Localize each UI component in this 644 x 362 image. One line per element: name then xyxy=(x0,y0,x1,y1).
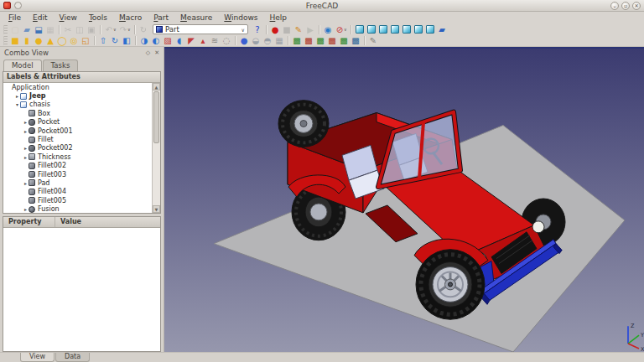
menu-part[interactable]: Part xyxy=(148,13,174,23)
menu-windows[interactable]: Windows xyxy=(218,13,263,23)
window-menu-icon[interactable] xyxy=(14,2,22,9)
shape-builder-icon[interactable]: ◱ xyxy=(80,35,91,46)
tree-item-fillet[interactable]: Fillet xyxy=(3,135,152,143)
macro-stop-icon[interactable]: ■ xyxy=(281,24,293,35)
expand-arrow-icon[interactable]: ▸ xyxy=(23,154,29,160)
tree-item-fusion[interactable]: ▸Fusion xyxy=(3,204,152,213)
cross-section-icon[interactable]: ▨ xyxy=(162,35,174,46)
tree-item-fillet005[interactable]: Fillet005 xyxy=(3,196,152,204)
loft-icon[interactable]: ▴ xyxy=(197,35,209,46)
boolean-union-icon[interactable]: ◐ xyxy=(150,35,162,46)
refine-shape-icon[interactable]: ▩ xyxy=(338,35,350,46)
toolbar-grip[interactable] xyxy=(3,25,8,34)
expand-arrow-icon[interactable]: ▸ xyxy=(23,145,29,151)
expand-arrow-icon[interactable]: ▸ xyxy=(23,180,29,186)
tree-item-thickness[interactable]: ▸Thickness xyxy=(3,153,152,161)
view-axonometric-icon[interactable] xyxy=(354,24,366,35)
property-column-header[interactable]: Property xyxy=(3,217,55,227)
draw-style-dropdown-caret[interactable]: ∨ xyxy=(344,27,348,32)
revolve-icon[interactable]: ↻ xyxy=(109,35,121,46)
menu-file[interactable]: File xyxy=(3,13,27,23)
view-bottom-icon[interactable] xyxy=(413,24,424,35)
tree-item-fillet003[interactable]: Fillet003 xyxy=(3,170,152,178)
tree-item-fillet004[interactable]: Fillet004 xyxy=(3,188,152,196)
boolean-operation-icon[interactable]: ● xyxy=(238,35,250,46)
paste-icon[interactable]: ▣ xyxy=(86,24,97,35)
new-document-icon[interactable]: ▢ xyxy=(9,24,21,35)
tree-item-jeep[interactable]: ▸Jeep xyxy=(3,91,152,100)
view-top-icon[interactable] xyxy=(377,24,389,35)
macro-edit-icon[interactable]: ✎ xyxy=(293,24,304,35)
macro-record-icon[interactable]: ● xyxy=(269,24,281,35)
tree-item-chasis[interactable]: ▾chasis xyxy=(3,101,152,109)
menu-help[interactable]: Help xyxy=(264,13,293,23)
view-left-icon[interactable] xyxy=(424,24,436,35)
primitive-torus-icon[interactable]: ◯ xyxy=(56,35,68,46)
menu-view[interactable]: View xyxy=(54,13,83,23)
save-icon[interactable]: ⬓ xyxy=(33,24,44,35)
expand-arrow-icon[interactable]: ▸ xyxy=(23,128,29,134)
expand-arrow-icon[interactable]: ▸ xyxy=(14,93,20,99)
scroll-up-icon[interactable]: ▲ xyxy=(153,83,160,90)
menu-edit[interactable]: Edit xyxy=(27,13,53,23)
boolean-cut-icon[interactable]: ◑ xyxy=(138,35,150,46)
expand-arrow-icon[interactable]: ▸ xyxy=(23,206,29,212)
scroll-down-icon[interactable]: ▼ xyxy=(153,205,160,213)
close-button[interactable]: ✕ xyxy=(632,2,641,10)
shape-from-mesh-icon[interactable]: ▩ xyxy=(291,35,303,46)
tree-item-pocket001[interactable]: ▸Pocket001 xyxy=(3,127,152,135)
tree-item-pocket002[interactable]: ▸Pocket002 xyxy=(3,144,152,153)
cut-icon[interactable]: ✂ xyxy=(62,24,74,35)
tab-view[interactable]: View xyxy=(20,353,55,362)
view-right-icon[interactable] xyxy=(389,24,401,35)
menu-measure[interactable]: Measure xyxy=(174,13,218,23)
fillet-icon[interactable]: ◖ xyxy=(174,35,185,46)
macro-play-icon[interactable]: ▶ xyxy=(304,24,316,35)
reverse-shapes-icon[interactable]: ▩ xyxy=(326,35,338,46)
workbench-selector[interactable]: Part∨ xyxy=(153,24,248,34)
primitive-tube-icon[interactable]: ◎ xyxy=(68,35,80,46)
view-front-icon[interactable] xyxy=(366,24,377,35)
tree-scrollbar[interactable]: ▲ ▼ xyxy=(152,83,160,213)
menu-tools[interactable]: Tools xyxy=(83,13,113,23)
tab-tasks[interactable]: Tasks xyxy=(43,59,79,71)
view-rear-icon[interactable] xyxy=(401,24,413,35)
3d-viewport[interactable]: Z Y X xyxy=(164,47,644,352)
tab-data[interactable]: Data xyxy=(55,353,90,362)
chamfer-icon[interactable]: ◤ xyxy=(185,35,197,46)
expand-arrow-icon[interactable]: ▾ xyxy=(14,101,20,107)
menu-macro[interactable]: Macro xyxy=(113,13,148,23)
convert-to-solid-icon[interactable]: ▩ xyxy=(314,35,326,46)
close-panel-icon[interactable]: ✕ xyxy=(154,49,159,56)
tree-item-application[interactable]: Application xyxy=(3,83,152,91)
print-icon[interactable]: ▦ xyxy=(44,24,56,35)
primitive-cylinder-icon[interactable]: ▮ xyxy=(21,35,33,46)
tree-item-pocket[interactable]: ▸Pocket xyxy=(3,118,152,127)
view-fit-all-icon[interactable]: ◉ xyxy=(322,24,334,35)
whats-this-icon[interactable]: ? xyxy=(252,24,263,35)
redo-icon[interactable]: ↷ xyxy=(117,24,129,35)
make-compound-icon[interactable]: ▦ xyxy=(273,35,285,46)
check-geometry-icon[interactable]: ▩ xyxy=(350,35,361,46)
refresh-icon[interactable]: ↻ xyxy=(138,24,149,35)
open-folder-icon[interactable]: ▰ xyxy=(21,24,33,35)
tab-model[interactable]: Model xyxy=(3,59,42,72)
mirror-icon[interactable]: ◧ xyxy=(121,35,132,46)
property-list[interactable] xyxy=(3,228,160,351)
primitive-sphere-icon[interactable]: ● xyxy=(33,35,44,46)
scrollbar-thumb[interactable] xyxy=(153,91,159,143)
maximize-button[interactable]: ▫ xyxy=(621,2,630,10)
minimize-button[interactable]: ⌄ xyxy=(610,2,619,10)
primitive-box-icon[interactable]: ■ xyxy=(9,35,21,46)
extrude-icon[interactable]: ⇧ xyxy=(97,35,109,46)
undo-icon[interactable]: ↶ xyxy=(103,24,115,35)
copy-icon[interactable]: ◫ xyxy=(74,24,86,35)
primitive-cone-icon[interactable]: ▲ xyxy=(44,35,56,46)
connect-objects-icon[interactable]: ◒ xyxy=(250,35,262,46)
value-column-header[interactable]: Value xyxy=(55,217,86,227)
defeaturing-icon[interactable]: ✎ xyxy=(367,35,379,46)
tree-item-fillet002[interactable]: Fillet002 xyxy=(3,162,152,170)
tree-item-pad[interactable]: ▸Pad xyxy=(3,178,152,187)
float-panel-icon[interactable]: ◇ xyxy=(146,49,150,56)
mesh-from-shape-icon[interactable]: ▩ xyxy=(303,35,314,46)
